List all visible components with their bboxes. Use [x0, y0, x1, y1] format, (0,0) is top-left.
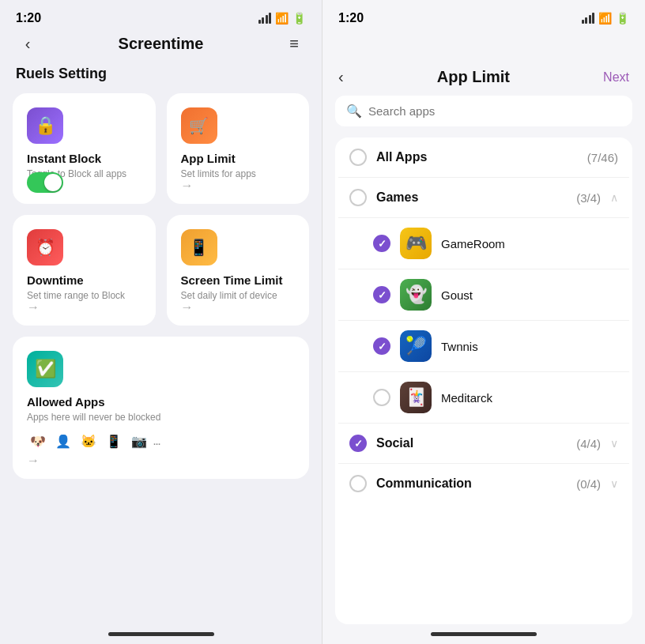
communication-category-item[interactable]: Communication (0/4) ∨ [338, 464, 629, 503]
next-button[interactable]: Next [603, 70, 629, 85]
twnnis-name: Twnnis [441, 340, 618, 353]
gameroom-item[interactable]: ✓ 🎮 GameRoom [338, 218, 629, 269]
left-status-icons: 📶 🔋 [258, 12, 307, 24]
toggle-knob [44, 174, 62, 191]
right-status-icons: 📶 🔋 [582, 12, 630, 24]
search-input[interactable] [368, 104, 621, 118]
goust-name: Goust [441, 288, 618, 302]
gameroom-radio[interactable]: ✓ [373, 235, 390, 252]
allowed-apps-title: Allowed Apps [27, 395, 295, 409]
instant-block-toggle[interactable] [27, 172, 63, 193]
downtime-title: Downtime [27, 273, 141, 287]
social-chevron-down-icon: ∨ [610, 437, 618, 450]
goust-icon: 👻 [400, 279, 432, 311]
social-category-item[interactable]: ✓ Social (4/4) ∨ [338, 424, 629, 464]
downtime-card[interactable]: ⏰ Downtime Set time range to Block → [13, 215, 156, 326]
allowed-apps-avatars: 🐶 👤 🐱 📱 📷 ... [27, 431, 295, 453]
right-wifi-icon: 📶 [598, 12, 612, 24]
twnnis-radio[interactable]: ✓ [373, 337, 390, 355]
search-icon: 🔍 [346, 104, 362, 119]
right-time: 1:20 [338, 11, 364, 25]
gameroom-check: ✓ [378, 238, 387, 250]
right-signal-icon [582, 13, 595, 24]
goust-radio[interactable]: ✓ [373, 286, 390, 303]
downtime-subtitle: Set time range to Block [27, 290, 141, 303]
right-nav-title: App Limit [437, 68, 510, 86]
games-label: Games [376, 190, 567, 205]
downtime-icon: ⏰ [27, 229, 63, 266]
allowed-apps-arrow: → [27, 454, 40, 468]
gameroom-name: GameRoom [441, 237, 618, 250]
avatar-5: 📷 [128, 431, 150, 453]
right-status-bar: 1:20 📶 🔋 [322, 0, 645, 28]
left-back-button[interactable]: ‹ [16, 35, 40, 53]
left-status-bar: 1:20 📶 🔋 [0, 0, 322, 28]
screen-time-limit-card[interactable]: 📱 Screen Time Limit Set daily limit of d… [167, 215, 310, 326]
allowed-apps-icon: ✅ [27, 351, 63, 387]
wifi-icon: 📶 [275, 12, 289, 24]
screen-time-icon: 📱 [181, 229, 217, 266]
allowed-apps-card[interactable]: ✅ Allowed Apps Apps here will never be b… [13, 337, 309, 479]
gameroom-icon: 🎮 [400, 228, 432, 259]
screen-time-subtitle: Set daily limit of device [181, 290, 296, 303]
signal-icon [258, 13, 272, 24]
app-limit-subtitle: Set limits for apps [181, 168, 296, 181]
meditarck-item[interactable]: 🃏 Meditarck [338, 372, 629, 424]
right-back-button[interactable]: ‹ [338, 68, 344, 86]
twnnis-icon: 🎾 [400, 330, 432, 362]
app-limit-card[interactable]: 🛒 App Limit Set limits for apps → [167, 93, 310, 204]
left-nav-title: Screentime [119, 35, 204, 53]
app-limit-icon: 🛒 [181, 107, 217, 144]
instant-block-card[interactable]: 🔒 Instant Block Toggle to Block all apps [13, 93, 156, 204]
meditarck-name: Meditarck [441, 391, 618, 405]
section-title: Ruels Setting [0, 62, 322, 93]
social-count: (4/4) [576, 437, 601, 450]
games-chevron-up-icon: ∧ [610, 191, 618, 204]
all-apps-label: All Apps [376, 150, 578, 164]
right-nav-bar: ‹ App Limit Next [322, 28, 645, 96]
avatar-2: 👤 [52, 431, 74, 453]
goust-item[interactable]: ✓ 👻 Goust [338, 269, 629, 321]
twnnis-item[interactable]: ✓ 🎾 Twnnis [338, 321, 629, 372]
allowed-apps-subtitle: Apps here will never be blocked [27, 412, 295, 424]
downtime-arrow: → [27, 300, 40, 314]
games-radio[interactable] [349, 189, 367, 206]
avatar-3: 🐱 [77, 431, 100, 453]
menu-button[interactable]: ≡ [282, 35, 306, 53]
screen-time-arrow: → [181, 300, 194, 314]
allowed-apps-section: ✅ Allowed Apps Apps here will never be b… [0, 326, 322, 479]
cards-grid: 🔒 Instant Block Toggle to Block all apps… [0, 93, 322, 326]
instant-block-title: Instant Block [27, 152, 141, 165]
instant-block-icon: 🔒 [27, 107, 63, 144]
right-home-indicator [431, 632, 537, 636]
all-apps-radio[interactable] [349, 149, 367, 166]
twnnis-check: ✓ [378, 341, 387, 352]
meditarck-radio[interactable] [373, 389, 390, 406]
app-list: All Apps (7/46) Games (3/4) ∧ ✓ 🎮 GameRo… [335, 137, 632, 624]
communication-radio[interactable] [349, 475, 367, 492]
left-panel: 1:20 📶 🔋 ‹ Screentime ≡ Ruels Setting 🔒 … [0, 0, 322, 644]
communication-chevron-down-icon: ∨ [610, 477, 618, 490]
games-count: (3/4) [576, 191, 601, 205]
screen-time-title: Screen Time Limit [181, 273, 296, 287]
communication-count: (0/4) [576, 477, 601, 491]
right-panel: 1:20 📶 🔋 ‹ App Limit Next 🔍 All Apps (7/… [322, 0, 645, 644]
app-limit-title: App Limit [181, 152, 296, 165]
all-apps-item[interactable]: All Apps (7/46) [338, 137, 629, 178]
social-check: ✓ [354, 438, 363, 450]
goust-check: ✓ [378, 289, 387, 301]
left-home-indicator [108, 632, 214, 636]
left-nav-bar: ‹ Screentime ≡ [0, 28, 322, 62]
communication-label: Communication [376, 476, 567, 491]
right-battery-icon: 🔋 [616, 12, 629, 24]
social-label: Social [376, 436, 567, 450]
app-limit-arrow: → [181, 179, 194, 193]
search-bar: 🔍 [335, 96, 632, 126]
avatar-1: 🐶 [27, 431, 49, 453]
left-time: 1:20 [16, 11, 41, 25]
all-apps-count: (7/46) [587, 151, 618, 164]
games-category-item[interactable]: Games (3/4) ∧ [338, 178, 629, 218]
avatar-more: ... [153, 437, 160, 446]
social-radio[interactable]: ✓ [349, 435, 367, 452]
battery-icon: 🔋 [292, 12, 306, 24]
